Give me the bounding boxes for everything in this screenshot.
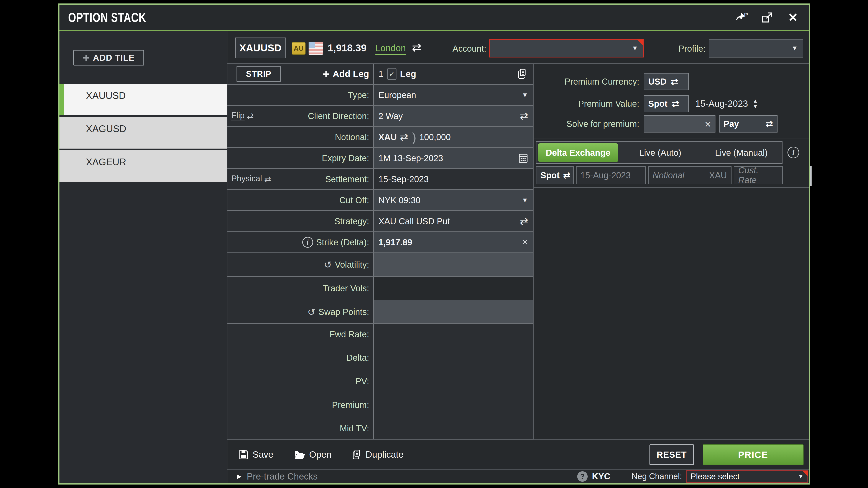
refresh-icon[interactable]: ↺ (308, 306, 315, 318)
scrollbar[interactable] (810, 166, 812, 186)
tab-live-auto[interactable]: Live (Auto) (620, 148, 701, 158)
account-dropdown[interactable]: ▼ (489, 39, 644, 58)
pay-receive-toggle[interactable]: Pay ⇄ (719, 115, 777, 132)
client-direction-field[interactable]: 2 Way ⇄ (374, 106, 533, 126)
reset-button[interactable]: RESET (649, 445, 694, 465)
hedge-mode-toggle[interactable]: Spot ⇄ (536, 166, 574, 184)
duplicate-leg-icon[interactable] (517, 69, 527, 79)
swap-icon: ⇄ (671, 76, 678, 87)
type-select[interactable]: European ▼ (374, 85, 533, 105)
strategy-field[interactable]: XAU Call USD Put ⇄ (374, 211, 533, 231)
premium-panel: Premium Currency: USD ⇄ Premium Value: S… (534, 64, 809, 440)
hedge-date-field[interactable]: 15-Aug-2023 (576, 166, 646, 184)
us-flag-icon (309, 42, 323, 55)
swap-points-row: ↺ Swap Points: (227, 300, 533, 324)
solve-premium-input[interactable]: ✕ (644, 115, 715, 132)
physical-link[interactable]: Physical ⇄ (231, 174, 271, 184)
hedge-tab-bar: Delta Exchange Live (Auto) Live (Manual) (536, 141, 782, 164)
spin-down-icon: ▼ (753, 104, 758, 109)
copy-icon (352, 449, 362, 460)
pin-profile-icon[interactable]: P (735, 11, 748, 24)
strike-row: i Strike (Delta): 1,917.89 ✕ (227, 232, 533, 253)
swap-icon: ⇄ (247, 111, 254, 121)
question-icon: ? (577, 471, 588, 482)
strategy-row: Strategy: XAU Call USD Put ⇄ (227, 211, 533, 232)
type-label: Type: (348, 90, 369, 100)
settlement-label: Settlement: (325, 174, 369, 184)
price-button[interactable]: PRICE (703, 445, 804, 465)
kyc-status[interactable]: ? KYC (577, 471, 610, 482)
refresh-icon[interactable]: ↺ (324, 259, 332, 270)
add-tile-button[interactable]: + ADD TILE (73, 50, 144, 65)
account-label: Account: (430, 44, 486, 54)
volatility-field[interactable] (374, 253, 533, 276)
expiry-field[interactable]: 1M 13-Sep-2023 (374, 148, 533, 168)
swap-icon[interactable]: ⇄ (400, 131, 408, 143)
type-row: Type: European ▼ (227, 85, 533, 106)
neg-channel-dropdown[interactable]: Please select ▼ (686, 470, 808, 483)
premium-value-date[interactable]: 15-Aug-2023 (695, 98, 748, 109)
screen: OPTION STACK P ✕ (0, 0, 868, 488)
expiry-row: Expiry Date: 1M 13-Sep-2023 (227, 148, 533, 169)
venue-link[interactable]: London (375, 43, 406, 55)
check-icon: ✓ (389, 70, 395, 78)
venue-swap-icon[interactable]: ⇄ (412, 41, 422, 54)
open-button[interactable]: Open (294, 449, 332, 460)
trader-vols-field[interactable] (374, 277, 533, 300)
flip-link[interactable]: Flip ⇄ (231, 111, 254, 121)
pair-box[interactable]: XAUUSD (235, 37, 286, 58)
save-button[interactable]: Save (239, 449, 273, 460)
profile-dropdown[interactable]: ▼ (709, 39, 803, 58)
notional-field[interactable]: XAU ⇄ ) 100,000 (374, 127, 533, 147)
clear-icon[interactable]: ✕ (522, 238, 528, 247)
window-title: OPTION STACK (68, 10, 146, 25)
premium-value-label: Premium Value: (534, 99, 644, 109)
strategy-label: Strategy: (334, 217, 369, 226)
add-leg-button[interactable]: + Add Leg (323, 68, 369, 80)
chevron-down-icon: ▼ (522, 196, 528, 204)
expand-arrow-icon[interactable]: ▶ (237, 473, 242, 480)
duplicate-button[interactable]: Duplicate (352, 449, 403, 460)
client-direction-label: Client Direction: (308, 111, 369, 121)
notional-amount[interactable]: 100,000 (419, 132, 451, 142)
swap-points-field[interactable] (374, 300, 533, 323)
separator-paren: ) (412, 130, 416, 144)
premium-currency-toggle[interactable]: USD ⇄ (644, 73, 689, 90)
strike-field[interactable]: 1,917.89 ✕ (374, 232, 533, 253)
volatility-row: ↺ Volatility: (227, 253, 533, 277)
results-block: Fwd Rate: Delta: PV: Premium: Mid TV: (227, 324, 533, 440)
swap-icon: ⇄ (766, 119, 773, 129)
profile-label: Profile: (662, 44, 706, 54)
fwd-rate-label: Fwd Rate: (330, 329, 369, 339)
popout-icon[interactable] (761, 11, 774, 24)
swap-icon[interactable]: ⇄ (520, 110, 528, 122)
calendar-icon[interactable] (518, 153, 528, 163)
sidebar-tile-xauusd[interactable]: XAUUSD (59, 84, 227, 116)
leg-number: 1 (378, 69, 383, 79)
svg-text:P: P (744, 11, 748, 18)
hedge-cust-rate-field[interactable]: Cust. Rate (734, 166, 783, 184)
leg-checkbox[interactable]: ✓ (388, 68, 397, 80)
tab-live-manual[interactable]: Live (Manual) (701, 148, 782, 158)
cutoff-select[interactable]: NYK 09:30 ▼ (374, 190, 533, 210)
premium-currency-label: Premium Currency: (534, 77, 644, 87)
date-stepper[interactable]: ▲ ▼ (753, 98, 758, 109)
clear-icon[interactable]: ✕ (704, 120, 711, 129)
hedge-info-icon[interactable]: i (787, 147, 799, 158)
panel-divider (534, 139, 809, 139)
sidebar-tile-xagusd[interactable]: XAGUSD (59, 117, 227, 149)
hedge-notional-field[interactable]: Notional XAU (648, 166, 732, 184)
mid-tv-label: Mid TV: (340, 424, 369, 433)
premium-value-mode-toggle[interactable]: Spot ⇄ (644, 95, 689, 112)
notional-row: Notional: XAU ⇄ ) 100,000 (227, 127, 533, 148)
selected-tile-bar (59, 84, 64, 116)
strip-button[interactable]: STRIP (237, 66, 281, 82)
pretrade-checks-toggle[interactable]: Pre-trade Checks (247, 471, 318, 482)
close-icon[interactable]: ✕ (786, 11, 799, 24)
solve-premium-label: Solve for premium: (534, 119, 644, 129)
tab-delta-exchange[interactable]: Delta Exchange (538, 143, 618, 162)
premium-label: Premium: (332, 400, 369, 410)
notional-currency[interactable]: XAU (378, 132, 397, 142)
sidebar-tile-xageur[interactable]: XAGEUR (59, 150, 227, 182)
swap-icon[interactable]: ⇄ (520, 215, 528, 227)
